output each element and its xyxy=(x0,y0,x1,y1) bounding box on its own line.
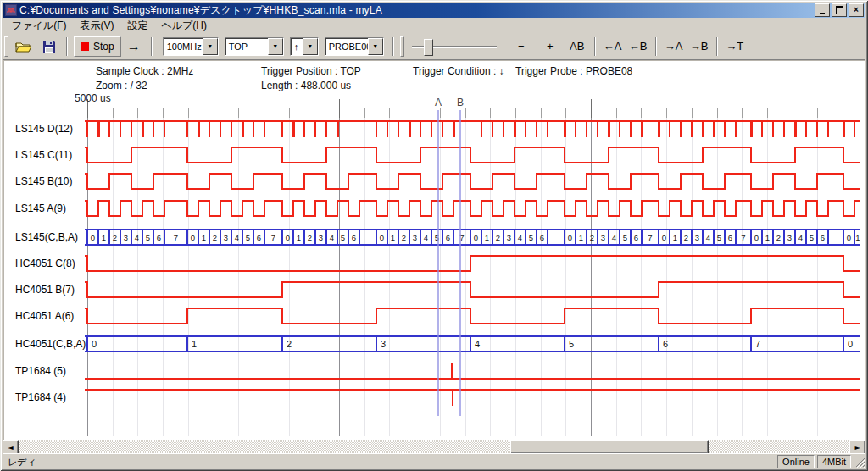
open-file-button[interactable] xyxy=(11,36,36,57)
sample-clock-value: 100MHz xyxy=(164,38,203,55)
scrollbar-thumb[interactable] xyxy=(510,440,709,454)
channel-label[interactable]: LS145 A(9) xyxy=(15,202,86,215)
info-trigger-probe: Trigger Probe : PROBE08 xyxy=(515,65,632,77)
channel-label[interactable]: LS145 C(11) xyxy=(15,148,86,162)
zoom-slider[interactable] xyxy=(412,37,497,56)
close-button[interactable]: × xyxy=(849,3,864,17)
trigger-probe-combo[interactable]: PROBE00 ▼ xyxy=(325,37,384,56)
time-division-label: 5000 us xyxy=(75,92,111,104)
menu-file[interactable]: ファイル(F) xyxy=(5,18,73,34)
scrollbar-track[interactable] xyxy=(19,440,849,454)
menu-label-part: 表示( xyxy=(80,19,103,31)
toolbar-gripper[interactable] xyxy=(400,36,404,57)
menu-bar: ファイル(F) 表示(V) 設定 ヘルプ(H) xyxy=(3,18,865,33)
zoom-slider-thumb[interactable] xyxy=(424,39,433,56)
open-folder-icon xyxy=(15,40,32,53)
toolbar-separator xyxy=(66,37,68,56)
status-message: レディ xyxy=(3,455,775,468)
status-bar: レディ Online 4MBit xyxy=(3,453,865,468)
menu-label-part: ) xyxy=(110,19,114,31)
dropdown-arrow-icon[interactable]: ▼ xyxy=(303,38,318,55)
goto-marker-b-button[interactable]: ←B xyxy=(626,36,651,57)
trigger-probe-value: PROBE00 xyxy=(326,38,368,55)
zoom-out-button[interactable]: − xyxy=(509,36,534,57)
title-bar[interactable]: C:¥Documents and Settings¥noname¥デスクトップ¥… xyxy=(3,3,865,18)
menu-label-part: ファイル( xyxy=(12,19,57,31)
zoom-ab-button[interactable]: AB xyxy=(565,36,590,57)
maximize-button[interactable] xyxy=(832,3,847,17)
run-button[interactable]: → xyxy=(121,36,147,57)
toolbar: Stop → 100MHz ▼ TOP ▼ ↑ ▼ PROBE00 ▼ − + … xyxy=(3,33,865,60)
stop-button[interactable]: Stop xyxy=(74,36,121,57)
menu-label-part: 設定 xyxy=(127,19,147,31)
toolbar-separator xyxy=(716,37,718,56)
goto-marker-a-button[interactable]: ←A xyxy=(600,36,626,57)
window-title: C:¥Documents and Settings¥noname¥デスクトップ¥… xyxy=(19,3,813,18)
marker-a-label[interactable]: A xyxy=(433,97,443,108)
info-sample-clock: Sample Clock : 2MHz xyxy=(96,65,193,77)
menu-label-part: ) xyxy=(203,19,207,31)
zoom-in-button[interactable]: + xyxy=(537,36,563,57)
info-zoom: Zoom : / 32 xyxy=(96,80,147,91)
status-online-badge: Online xyxy=(777,455,815,468)
resize-grip[interactable] xyxy=(853,455,865,468)
trigger-position-value: TOP xyxy=(225,38,268,55)
sample-clock-combo[interactable]: 100MHz ▼ xyxy=(163,37,219,56)
dropdown-arrow-icon[interactable]: ▼ xyxy=(268,38,283,55)
app-icon xyxy=(5,4,17,16)
info-trigger-position: Trigger Position : TOP xyxy=(261,65,361,77)
set-marker-b-button[interactable]: →B xyxy=(687,36,712,57)
info-length: Length : 488.000 us xyxy=(261,80,351,91)
channel-label[interactable]: HC4051 A(6) xyxy=(15,309,86,323)
goto-trigger-button[interactable]: →T xyxy=(722,36,748,57)
channel-label[interactable]: HC4051(C,B,A) xyxy=(15,337,86,351)
save-floppy-icon xyxy=(42,40,56,53)
dropdown-arrow-icon[interactable]: ▼ xyxy=(203,38,218,55)
maximize-icon xyxy=(836,6,843,14)
channel-label[interactable]: LS145(C,B,A) xyxy=(15,230,86,244)
save-button[interactable] xyxy=(36,36,62,57)
toolbar-separator xyxy=(392,37,394,56)
toolbar-gripper[interactable] xyxy=(4,36,8,57)
menu-help[interactable]: ヘルプ(H) xyxy=(154,18,214,34)
toolbar-separator xyxy=(594,37,596,56)
status-memory-badge: 4MBit xyxy=(817,455,851,468)
menu-key: H xyxy=(196,19,203,31)
toolbar-separator xyxy=(655,37,657,56)
menu-label-part: ) xyxy=(63,19,66,31)
marker-b-label[interactable]: B xyxy=(455,97,465,108)
app-window: C:¥Documents and Settings¥noname¥デスクトップ¥… xyxy=(0,0,868,471)
minimize-icon xyxy=(820,13,825,14)
horizontal-scrollbar[interactable]: ◄ ► xyxy=(3,440,865,454)
minimize-button[interactable] xyxy=(815,3,830,17)
stop-icon xyxy=(81,42,89,51)
channel-label[interactable]: LS145 D(12) xyxy=(15,122,86,136)
dropdown-arrow-icon[interactable]: ▼ xyxy=(368,38,383,55)
channel-label[interactable]: HC4051 B(7) xyxy=(15,283,86,296)
channel-label[interactable]: LS145 B(10) xyxy=(15,175,86,188)
waveform-client-area[interactable] xyxy=(3,59,865,440)
channel-label[interactable]: TP1684 (5) xyxy=(15,364,86,378)
channel-label[interactable]: HC4051 C(8) xyxy=(15,257,86,270)
menu-view[interactable]: 表示(V) xyxy=(73,18,120,34)
menu-settings[interactable]: 設定 xyxy=(120,18,154,34)
toolbar-separator xyxy=(151,37,153,56)
trigger-edge-combo[interactable]: ↑ ▼ xyxy=(290,37,319,56)
trigger-position-combo[interactable]: TOP ▼ xyxy=(225,37,284,56)
info-trigger-condition: Trigger Condition : ↓ xyxy=(413,65,504,77)
set-marker-a-button[interactable]: →A xyxy=(661,36,687,57)
stop-label: Stop xyxy=(93,41,114,53)
menu-label-part: ヘルプ( xyxy=(161,19,196,31)
channel-label[interactable]: TP1684 (4) xyxy=(15,391,86,404)
trigger-edge-value: ↑ xyxy=(291,38,303,55)
